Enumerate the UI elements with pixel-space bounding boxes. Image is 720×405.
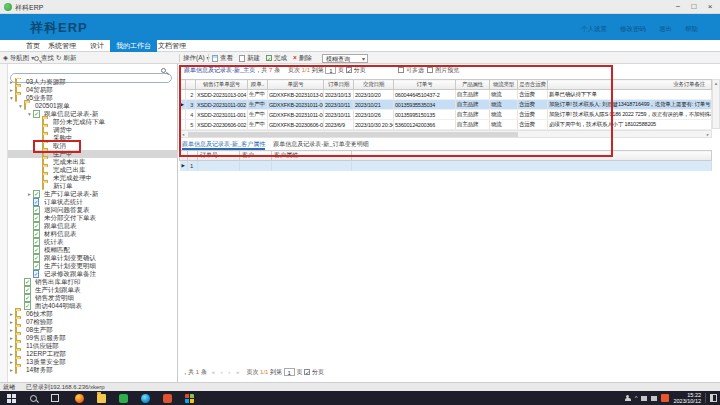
tree-item[interactable]: 取消 — [8, 142, 178, 150]
tree-item[interactable]: 部分未完成待下单 — [8, 118, 178, 126]
tray-app-icon[interactable] — [661, 394, 669, 402]
header-link[interactable]: 退出 — [659, 25, 672, 34]
tree-item[interactable]: ✓模糊匹配 — [8, 246, 178, 254]
column-header[interactable] — [180, 151, 188, 161]
column-header[interactable]: 交货日期 — [354, 80, 394, 90]
tree-item[interactable]: ▾020501跟单 — [8, 102, 178, 110]
close-button[interactable]: × — [702, 0, 718, 14]
contacts-icon[interactable] — [625, 395, 631, 402]
vertical-scrollbar[interactable]: ▲ — [712, 79, 720, 129]
tree-item[interactable]: ▸08生产部 — [8, 326, 178, 334]
tree-expander-icon[interactable]: ▸ — [26, 190, 33, 198]
scroll-up-icon[interactable]: ▲ — [714, 81, 718, 86]
delete-button[interactable]: ×删除 — [293, 52, 312, 64]
tree-item[interactable]: 调货中 — [8, 126, 178, 134]
menu-tab[interactable]: 系统管理 — [42, 40, 82, 52]
header-link[interactable]: 个人设置 — [581, 25, 607, 34]
tree-item[interactable]: ✓订单状态统计 — [8, 198, 178, 206]
tree-expander-icon[interactable]: ▸ — [8, 334, 15, 342]
menu-tab[interactable]: 设计 — [84, 40, 110, 52]
taskbar-app-grid[interactable] — [178, 391, 200, 405]
tray-expand-icon[interactable]: ^ — [635, 395, 638, 401]
image-preview-checkbox[interactable] — [427, 67, 433, 73]
fuzzy-query-select[interactable]: 模糊查询▾ — [322, 54, 368, 63]
tree-item[interactable]: 生产中 — [8, 150, 178, 158]
tree-item[interactable]: ✓销售出库单打印 — [8, 278, 178, 286]
column-header[interactable]: 物流类型 — [490, 80, 518, 90]
tree-item[interactable]: ✓材料信息表 — [8, 230, 178, 238]
tree-item[interactable]: ▸04贸易部 — [8, 86, 178, 94]
table-row[interactable]: 2XSDD-20231013-004生产中GDXXFKB-20231013-00… — [180, 90, 712, 100]
find-button[interactable]: 查找 — [34, 52, 54, 64]
column-header[interactable]: 是否含运费 — [518, 80, 548, 90]
tree-item[interactable]: ▸13质量安全部 — [8, 358, 178, 366]
minimize-button[interactable]: − — [670, 0, 686, 14]
tree-expander-icon[interactable]: ▸ — [8, 326, 15, 334]
header-link[interactable]: 修改密码 — [620, 25, 646, 34]
scroll-left-icon[interactable]: ◂ — [182, 131, 184, 138]
column-header[interactable]: 销售订单单据号 — [196, 80, 248, 90]
scrollbar-thumb[interactable] — [188, 132, 518, 137]
tree-item[interactable]: ▾05业务部 — [8, 94, 178, 102]
tree-item[interactable]: ✓生产计划变更明细 — [8, 262, 178, 270]
column-header[interactable]: 产品属性 — [456, 80, 490, 90]
network-icon[interactable] — [651, 396, 657, 401]
table-row[interactable]: 5XSDD-20230606-002生产中GDXXFKB-20230606-00… — [180, 120, 712, 130]
horizontal-scrollbar[interactable]: ◂ ▸ — [179, 130, 712, 138]
start-button[interactable] — [0, 391, 22, 405]
view-button[interactable]: 查看 — [212, 52, 233, 64]
column-header[interactable]: 订单号 — [394, 80, 456, 90]
tree-item[interactable]: ✓面访4044明细表 — [8, 302, 178, 310]
tree-item[interactable]: 采购中 — [8, 134, 178, 142]
detail-table-row[interactable]: ▶1 — [180, 161, 712, 171]
tree-item[interactable]: ▸09售后服务部 — [8, 334, 178, 342]
multi-select-checkbox[interactable] — [398, 67, 404, 73]
tree-item[interactable]: ▸✓生产订单记录表-新 — [8, 190, 178, 198]
tree-expander-icon[interactable]: ▾ — [8, 94, 15, 102]
tree-expander-icon[interactable]: ▾ — [17, 102, 24, 110]
tree-expander-icon[interactable]: ▸ — [8, 358, 15, 366]
tree-item[interactable]: ✓销售发货明细 — [8, 294, 178, 302]
search-icon[interactable] — [161, 68, 166, 73]
table-row[interactable]: ▶3XSDD-20231011-002生产中GDXXFKB-20231011-0… — [180, 100, 712, 110]
column-header[interactable] — [352, 151, 712, 161]
tree-item[interactable]: ✓未分部交付下单表 — [8, 214, 178, 222]
tree-expander-icon[interactable]: ▸ — [8, 342, 15, 350]
detail-tab[interactable]: 跟单信息及记录表-新_订单变更明细 — [273, 140, 368, 150]
detail-paging-checkbox[interactable]: ✓ — [304, 369, 310, 375]
paging-checkbox[interactable]: ✓ — [346, 67, 352, 73]
tree-item[interactable]: 完成未出库 — [8, 158, 178, 166]
tree-item[interactable]: ✓退回问题答复表 — [8, 206, 178, 214]
tree-item[interactable]: ▸06技术部 — [8, 310, 178, 318]
taskbar-search-button[interactable] — [22, 391, 44, 405]
refresh-button[interactable]: ↻ 刷新 — [56, 52, 76, 64]
goto-page-input[interactable]: 1 — [325, 66, 336, 74]
column-header[interactable] — [188, 151, 198, 161]
column-header[interactable]: 业务订单备注 — [548, 80, 712, 90]
tree-item[interactable]: ✓记录修改跟单备注 — [8, 270, 178, 278]
taskbar-app-green[interactable] — [112, 391, 134, 405]
tree-item[interactable]: ✓生产计划跟单表 — [8, 286, 178, 294]
tree-expander-icon[interactable]: ▸ — [8, 86, 15, 94]
tree-expander-icon[interactable]: ▸ — [8, 350, 15, 358]
table-row[interactable]: 4XSDD-20231011-001生产中GDXXFKB-20231011-00… — [180, 110, 712, 120]
column-header[interactable]: 客户属性 — [272, 151, 352, 161]
tree-item[interactable]: 未完成处理中 — [8, 174, 178, 182]
taskbar-app-firefox[interactable] — [68, 391, 90, 405]
tree-item[interactable]: ✓跟单信息表 — [8, 222, 178, 230]
tree-item[interactable]: ▾✓跟单信息记录表-新 — [8, 110, 178, 118]
tree-item[interactable]: ▸14财务部 — [8, 366, 178, 374]
menu-tab[interactable]: 我的工作台 — [110, 40, 157, 52]
task-view-button[interactable] — [44, 391, 66, 405]
column-header[interactable]: 跟单.. — [248, 80, 268, 90]
tree-expander-icon[interactable]: ▾ — [26, 110, 33, 118]
menu-tab[interactable]: 文档管理 — [152, 40, 192, 52]
tree-expander-icon[interactable]: ▸ — [8, 78, 15, 86]
taskbar-app-orange[interactable] — [156, 391, 178, 405]
tree-item[interactable]: ▸12ERP工程部 — [8, 350, 178, 358]
tree-expander-icon[interactable]: ▸ — [8, 318, 15, 326]
column-header[interactable]: 单据号 — [268, 80, 324, 90]
tree-item[interactable]: ▸11供应链部 — [8, 342, 178, 350]
complete-button[interactable]: ✓完成 — [266, 52, 287, 64]
taskbar-clock[interactable]: 15:22 2023/10/12 — [673, 392, 701, 404]
